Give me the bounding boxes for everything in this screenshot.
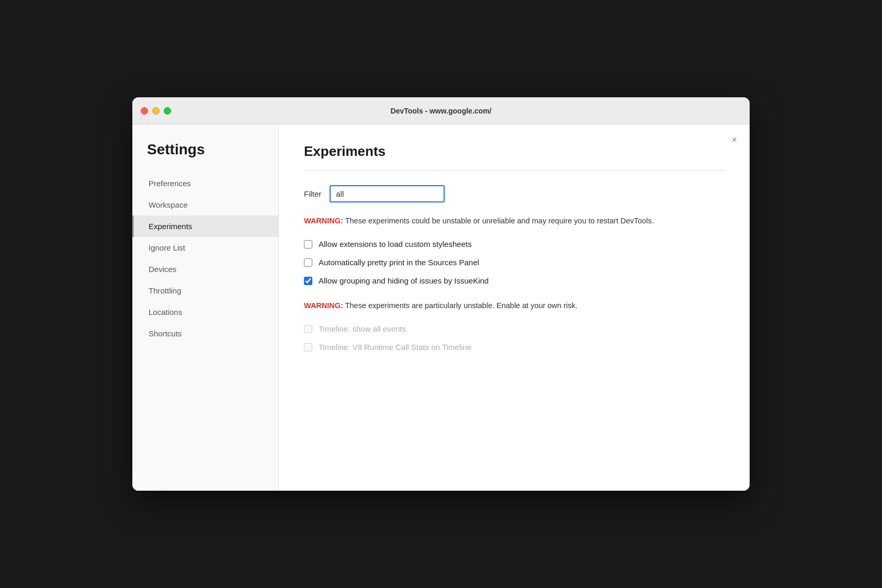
warning-text-1: These experiments could be unstable or u… <box>343 217 654 225</box>
warning-label-2: WARNING: <box>304 301 343 310</box>
settings-heading: Settings <box>132 141 278 173</box>
sidebar-item-workspace[interactable]: Workspace <box>132 194 278 216</box>
checkbox-item-4: Timeline: show all events <box>304 324 725 333</box>
checkbox-pretty-print[interactable] <box>304 258 312 267</box>
close-button[interactable]: × <box>731 135 737 144</box>
filter-row: Filter <box>304 185 725 202</box>
checkbox-label-extensions[interactable]: Allow extensions to load custom styleshe… <box>319 240 472 248</box>
sidebar-item-preferences[interactable]: Preferences <box>132 173 278 194</box>
warning-block-2: WARNING: These experiments are particula… <box>304 300 725 312</box>
page-title: Experiments <box>304 143 725 160</box>
window-body: Settings Preferences Workspace Experimen… <box>132 125 750 491</box>
sidebar-item-devices[interactable]: Devices <box>132 258 278 280</box>
maximize-traffic-light[interactable] <box>164 107 171 115</box>
checkbox-item-3: Allow grouping and hiding of issues by I… <box>304 276 725 285</box>
warning-block-1: WARNING: These experiments could be unst… <box>304 215 725 227</box>
checkbox-label-issuekind[interactable]: Allow grouping and hiding of issues by I… <box>319 276 489 285</box>
checkbox-label-pretty-print[interactable]: Automatically pretty print in the Source… <box>319 258 479 267</box>
window-title: DevTools - www.google.com/ <box>391 107 492 115</box>
checkbox-item-2: Automatically pretty print in the Source… <box>304 258 725 267</box>
sidebar-item-shortcuts[interactable]: Shortcuts <box>132 323 278 344</box>
checkbox-label-timeline-v8[interactable]: Timeline: V8 Runtime Call Stats on Timel… <box>319 343 471 352</box>
titlebar: DevTools - www.google.com/ <box>132 97 750 125</box>
checkbox-label-timeline-events[interactable]: Timeline: show all events <box>319 324 406 333</box>
sidebar-item-locations[interactable]: Locations <box>132 301 278 323</box>
sidebar-item-ignore-list[interactable]: Ignore List <box>132 237 278 258</box>
close-traffic-light[interactable] <box>141 107 148 115</box>
filter-input[interactable] <box>330 185 445 202</box>
minimize-traffic-light[interactable] <box>152 107 160 115</box>
sidebar-item-experiments[interactable]: Experiments <box>132 216 278 237</box>
filter-label: Filter <box>304 189 321 198</box>
traffic-lights <box>141 107 171 115</box>
divider <box>304 170 725 171</box>
sidebar: Settings Preferences Workspace Experimen… <box>132 125 279 491</box>
checkbox-timeline-v8[interactable] <box>304 343 312 352</box>
checkbox-issuekind[interactable] <box>304 277 312 285</box>
checkbox-extensions[interactable] <box>304 240 312 248</box>
checkbox-item-5: Timeline: V8 Runtime Call Stats on Timel… <box>304 343 725 352</box>
sidebar-item-throttling[interactable]: Throttling <box>132 280 278 301</box>
devtools-window: DevTools - www.google.com/ Settings Pref… <box>132 97 750 491</box>
checkbox-timeline-events[interactable] <box>304 325 312 333</box>
main-content: × Experiments Filter WARNING: These expe… <box>279 125 750 491</box>
warning-text-2: These experiments are particularly unsta… <box>343 301 578 310</box>
checkbox-item-1: Allow extensions to load custom styleshe… <box>304 240 725 248</box>
warning-label-1: WARNING: <box>304 217 343 225</box>
